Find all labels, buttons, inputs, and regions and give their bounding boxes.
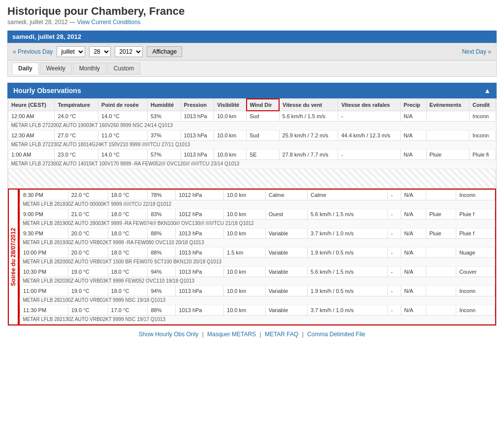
cell-cond: Couver (456, 267, 495, 277)
show-hourly-link[interactable]: Show Hourly Obs Only (139, 331, 198, 338)
cell-dew: 17.0 °C (108, 305, 148, 316)
current-conditions-link[interactable]: View Current Conditions (77, 19, 140, 26)
cell-events (426, 130, 470, 141)
col-events: Evénements (426, 99, 470, 111)
cell-dew: 18.0 °C (108, 248, 148, 258)
col-gusts: Vitesse des rafales (338, 99, 401, 111)
cell-cond: Inconn (470, 111, 496, 122)
cell-humidity: 78% (148, 190, 176, 200)
cell-events (426, 248, 456, 258)
col-visibility: Visibilité (214, 99, 247, 111)
cell-precip: N/A (401, 130, 426, 141)
cell-precip: N/A (401, 209, 426, 220)
cell-visibility: 10.0 km (224, 209, 266, 220)
tab-monthly[interactable]: Monthly (73, 63, 106, 74)
cell-gusts: - (388, 267, 401, 277)
cell-cond: Inconn (456, 190, 495, 200)
cell-dew: 18.0 °C (108, 209, 148, 220)
cell-humidity: 94% (148, 267, 176, 277)
date-header-text: samedi, juillet 28, 2012 (12, 33, 81, 40)
cell-cond: Inconn (456, 286, 495, 296)
hatch-row (8, 169, 496, 189)
cell-pressure: 1013 hPa (181, 111, 214, 122)
month-select[interactable]: juillet (57, 46, 85, 57)
cell-wind-speed: 5.6 km/h / 1.5 m/s (308, 209, 388, 220)
cell-events (426, 190, 456, 200)
cell-events (426, 111, 470, 122)
cell-time: 10:30 PM (20, 267, 68, 277)
page-title: Historique pour Chambery, France (7, 5, 497, 18)
cell-events (426, 286, 456, 296)
cell-gusts: - (388, 286, 401, 296)
cell-events: Pluie (426, 150, 470, 160)
cell-visibility: 10.0 km (224, 267, 266, 277)
cell-temp: 20.0 °C (68, 248, 108, 258)
cell-wind-dir: Sud (247, 130, 280, 141)
cell-wind-speed: 3.7 km/h / 1.0 m/s (308, 228, 388, 239)
page-container: Historique pour Chambery, France samedi,… (0, 0, 504, 348)
cell-gusts: - (388, 228, 401, 239)
cell-precip: N/A (401, 248, 426, 258)
collapse-icon[interactable]: ▲ (484, 87, 491, 95)
metar-row: METAR LFLB 282030Z AUTO VRB03KT 9999 FEW… (20, 277, 495, 286)
col-dew: Point de rosée (98, 99, 148, 111)
metar-row: METAR LFLB 281900Z AUTO 28003KT 9999 -RA… (20, 220, 495, 228)
cell-temp: 19.0 °C (68, 267, 108, 277)
table-header-row: Heure (CEST) Température Point de rosée … (8, 99, 496, 111)
table-row: 11:30 PM 19.0 °C 17.0 °C 88% 1013 hPa 10… (20, 305, 495, 316)
affichage-button[interactable]: Affichage (147, 46, 182, 57)
tabs-bar: Daily Weekly Monthly Custom (7, 61, 497, 77)
cell-humidity: 53% (147, 111, 181, 122)
cell-gusts: - (388, 305, 401, 316)
table-row: 9:00 PM 21.0 °C 18.0 °C 83% 1012 hPa 10.… (20, 209, 495, 220)
evening-section: Soirée du 28/07/2012 8:30 PM 22.0 °C 18.… (8, 189, 496, 325)
cell-humidity: 57% (147, 150, 181, 160)
metar-row: METAR LFLB 281830Z AUTO 00000KT 9999 ///… (20, 200, 495, 209)
cell-precip: N/A (401, 190, 426, 200)
cell-pressure: 1013 hPa (176, 305, 224, 316)
cell-events: Pluie (426, 228, 456, 239)
tab-weekly[interactable]: Weekly (40, 63, 72, 74)
table-row: 12:30 AM 27.0 °C 11.0 °C 37% 1013 hPa 10… (8, 130, 496, 141)
comma-delimited-link[interactable]: Comma Delimited File (307, 331, 365, 338)
prev-day-link[interactable]: « Previous Day (13, 48, 53, 55)
cell-events (426, 267, 456, 277)
day-select[interactable]: 28 (89, 46, 111, 57)
cell-humidity: 94% (148, 286, 176, 296)
cell-time: 9:00 PM (20, 209, 68, 220)
table-row: 12:00 AM 24.0 °C 14.0 °C 53% 1013 hPa 10… (8, 111, 496, 122)
cell-visibility: 10.0 km (214, 150, 247, 160)
metar-row: METAR LFLB 282100Z AUTO VRB01KT 9999 NSC… (20, 296, 495, 305)
year-select[interactable]: 2012 (115, 46, 143, 57)
next-day-link[interactable]: Next Day » (462, 48, 491, 55)
metar-row: METAR LFLB 272200Z AUTO 19003KT 160V260 … (8, 122, 496, 130)
cell-gusts: - (338, 111, 401, 122)
tab-custom[interactable]: Custom (107, 63, 140, 74)
cell-pressure: 1013 hPa (176, 286, 224, 296)
metar-faq-link[interactable]: METAR FAQ (265, 331, 298, 338)
cell-wind-speed: 25.9 km/h / 7.2 m/s (279, 130, 338, 141)
cell-wind-speed: 5.6 km/h / 1.5 m/s (279, 111, 338, 122)
cell-wind-dir: Sud (247, 111, 280, 122)
cell-wind-dir: Calme (265, 190, 307, 200)
cell-cond: Inconn (456, 305, 495, 316)
table-row: 10:30 PM 19.0 °C 18.0 °C 94% 1013 hPa 10… (20, 267, 495, 277)
cell-time: 10:00 PM (20, 248, 68, 258)
table-row: 8:30 PM 22.0 °C 18.0 °C 78% 1012 hPa 10.… (20, 190, 495, 200)
cell-dew: 14.0 °C (98, 150, 148, 160)
cell-visibility: 10.0 km (224, 305, 266, 316)
col-precip: Precip (401, 99, 426, 111)
cell-cond: Pluie fi (470, 150, 496, 160)
metar-text: METAR LFLB 281930Z AUTO VRB02KT 9999 -RA… (20, 239, 495, 248)
cell-wind-speed: Calme (308, 190, 388, 200)
cell-humidity: 88% (148, 228, 176, 239)
cell-dew: 11.0 °C (98, 130, 148, 141)
cell-wind-dir: Variable (265, 248, 307, 258)
cell-dew: 18.0 °C (108, 228, 148, 239)
tab-daily[interactable]: Daily (12, 63, 39, 74)
cell-precip: N/A (401, 228, 426, 239)
metar-text: METAR LFLB 282000Z AUTO VRB01KT 1500 BR … (20, 258, 495, 267)
cell-gusts: - (388, 190, 401, 200)
masquer-metars-link[interactable]: Masquer METARS (207, 331, 256, 338)
table-row: 1:00 AM 23.0 °C 14.0 °C 57% 1013 hPa 10.… (8, 150, 496, 160)
